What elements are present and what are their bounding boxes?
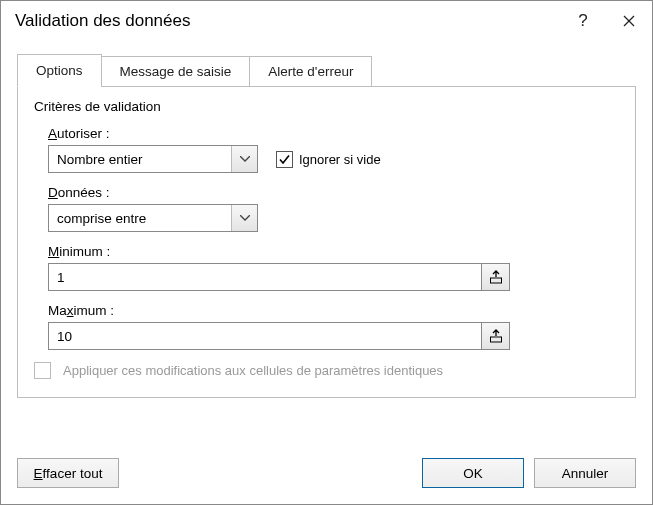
help-icon: ? <box>578 11 587 31</box>
allow-select-button[interactable] <box>231 146 257 172</box>
minimum-label-text: inimum : <box>59 244 110 259</box>
close-icon <box>623 15 635 27</box>
maximum-input[interactable] <box>48 322 482 350</box>
tab-panel-options: Critères de validation Autoriser : Nombr… <box>17 86 636 398</box>
data-label-text: onnées : <box>58 185 110 200</box>
minimum-label: Minimum : <box>48 244 619 259</box>
allow-label: Autoriser : <box>48 126 619 141</box>
tab-error-alert-label: Alerte d'erreur <box>268 64 353 79</box>
clear-all-label: ffacer tout <box>43 466 103 481</box>
clear-all-accel: E <box>34 466 43 481</box>
apply-same-label: Appliquer ces modifications aux cellules… <box>63 363 443 378</box>
range-select-icon <box>489 270 503 284</box>
allow-label-accel: A <box>48 126 57 141</box>
tab-row: Options Message de saisie Alerte d'erreu… <box>17 53 636 86</box>
minimum-range-button[interactable] <box>482 263 510 291</box>
minimum-label-accel: M <box>48 244 59 259</box>
tab-options-label: Options <box>36 63 83 78</box>
maximum-range-button[interactable] <box>482 322 510 350</box>
data-label: Données : <box>48 185 619 200</box>
maximum-label: Maximum : <box>48 303 619 318</box>
chevron-down-icon <box>240 156 250 162</box>
data-select-value: comprise entre <box>49 211 231 226</box>
tab-options[interactable]: Options <box>17 54 102 87</box>
close-button[interactable] <box>606 1 652 41</box>
ignore-blank-checkbox[interactable] <box>276 151 293 168</box>
data-select-button[interactable] <box>231 205 257 231</box>
maximum-label-accel: x <box>67 303 74 318</box>
tab-input-message[interactable]: Message de saisie <box>101 56 251 87</box>
titlebar: Validation des données ? <box>1 1 652 41</box>
ignore-blank-checkbox-wrap[interactable]: Ignorer si vide <box>276 151 381 168</box>
minimum-input[interactable] <box>48 263 482 291</box>
tab-input-message-label: Message de saisie <box>120 64 232 79</box>
svg-rect-2 <box>490 278 501 283</box>
allow-label-text: utoriser : <box>57 126 110 141</box>
range-select-icon <box>489 329 503 343</box>
dialog-title: Validation des données <box>15 11 560 31</box>
maximum-label-pre: Ma <box>48 303 67 318</box>
data-label-accel: D <box>48 185 58 200</box>
cancel-label: Annuler <box>562 466 609 481</box>
ok-button[interactable]: OK <box>422 458 524 488</box>
allow-select-value: Nombre entier <box>49 152 231 167</box>
svg-rect-3 <box>490 337 501 342</box>
ok-label: OK <box>463 466 483 481</box>
apply-same-checkbox <box>34 362 51 379</box>
tab-error-alert[interactable]: Alerte d'erreur <box>249 56 372 87</box>
check-icon <box>278 153 291 166</box>
help-button[interactable]: ? <box>560 1 606 41</box>
validation-criteria-title: Critères de validation <box>34 99 619 114</box>
allow-select[interactable]: Nombre entier <box>48 145 258 173</box>
ignore-blank-label: Ignorer si vide <box>299 152 381 167</box>
data-select[interactable]: comprise entre <box>48 204 258 232</box>
cancel-button[interactable]: Annuler <box>534 458 636 488</box>
dialog-footer: Effacer tout OK Annuler <box>1 444 652 504</box>
chevron-down-icon <box>240 215 250 221</box>
clear-all-button[interactable]: Effacer tout <box>17 458 119 488</box>
maximum-label-text: imum : <box>74 303 115 318</box>
